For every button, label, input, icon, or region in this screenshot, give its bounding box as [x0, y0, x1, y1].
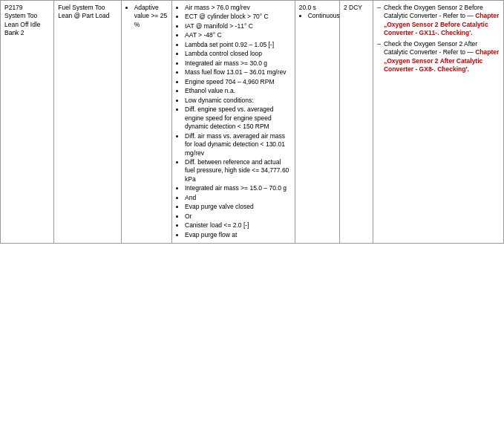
list-item: Continuous [308, 12, 336, 20]
list-item: Adaptive value >= 25 % [134, 4, 168, 29]
list-item: And [185, 194, 291, 202]
check-item-2: – Check the Oxygen Sensor 2 After Cataly… [377, 40, 500, 74]
list-item: Diff. engine speed vs. averaged engine s… [185, 105, 291, 131]
list-item: Or [185, 212, 291, 221]
cell-conditions: Air mass > 76.0 mg/revECT @ cylinder blo… [172, 1, 295, 244]
list-item: Lambda set point 0.92 – 1.05 [-] [185, 41, 291, 49]
cell-timing: 20.0 s Continuous [295, 1, 339, 244]
check-text-2: Check the Oxygen Sensor 2 After Catalyti… [384, 40, 500, 74]
list-item: Evap purge valve closed [185, 203, 291, 211]
cell-code: P2179 System Too Lean Off Idle Bank 2 [1, 1, 54, 244]
check-item-1: – Check the Oxygen Sensor 2 Before Catal… [377, 4, 500, 38]
list-item: Diff. between reference and actual fuel … [185, 158, 291, 183]
cell-dcy: 2 DCY [339, 1, 373, 244]
list-item: Low dynamic conditions: [185, 97, 291, 105]
cell-check: – Check the Oxygen Sensor 2 Before Catal… [373, 1, 504, 244]
dash-symbol-2: – [377, 40, 381, 74]
dtc-desc: System Too Lean Off Idle Bank 2 [4, 12, 41, 36]
check2-prefix: Check the Oxygen Sensor 2 After Catalyti… [384, 40, 477, 56]
list-item: Engine speed 704 – 4,960 RPM [185, 78, 291, 86]
table-wrapper: P2179 System Too Lean Off Idle Bank 2 Fu… [0, 0, 504, 442]
dcy-value: 2 DCY [344, 4, 362, 11]
cell-adaptive: Adaptive value >= 25 % [121, 1, 171, 244]
list-item: AAT > -48° C [185, 31, 291, 39]
list-item: Lambda control closed loop [185, 50, 291, 58]
check1-prefix: Check the Oxygen Sensor 2 Before Catalyt… [384, 4, 483, 19]
list-item: Mass fuel flow 13.01 – 36.01 mg/rev [185, 68, 291, 77]
dash-symbol-1: – [377, 4, 381, 38]
list-item: ECT @ cylinder block > 70° C [185, 13, 291, 21]
list-item: Air mass > 76.0 mg/rev [185, 4, 291, 12]
list-item: Integrated air mass >= 15.0 – 70.0 g [185, 184, 291, 192]
list-item: Ethanol value n.a. [185, 87, 291, 95]
fault-description: Fuel System Too Lean @ Part Load [58, 4, 109, 19]
list-item: Evap purge flow at [185, 231, 291, 239]
list-item: Canister load <= 2.0 [-] [185, 221, 291, 230]
cell-fault-desc: Fuel System Too Lean @ Part Load [54, 1, 121, 244]
time-value: 20.0 s [299, 4, 316, 11]
dtc-code: P2179 [4, 4, 23, 11]
list-item: Diff. air mass vs. averaged air mass for… [185, 132, 291, 157]
check-text-1: Check the Oxygen Sensor 2 Before Catalyt… [384, 4, 500, 38]
list-item: Integrated air mass >= 30.0 g [185, 59, 291, 68]
continuous-label: Continuous [308, 12, 340, 19]
list-item: IAT @ manifold > -11° C [185, 22, 291, 30]
